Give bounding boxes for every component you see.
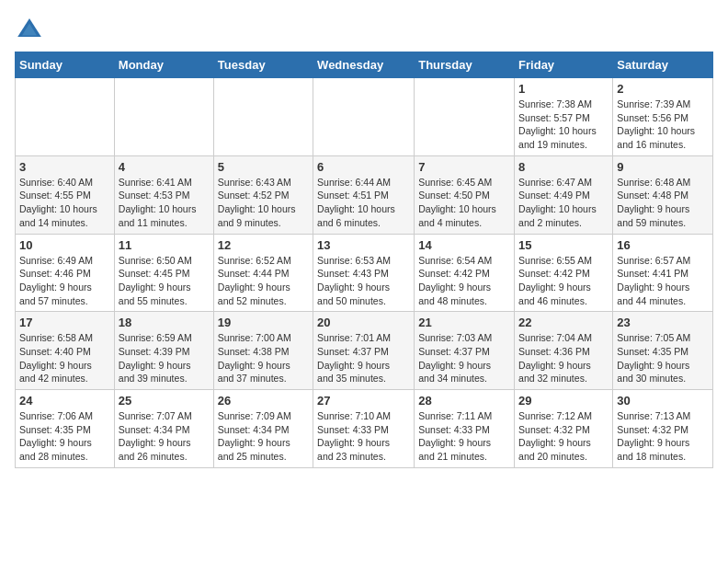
day-info: Sunrise: 7:13 AM Sunset: 4:32 PM Dayligh… (617, 409, 709, 464)
day-number: 13 (317, 238, 410, 252)
day-number: 3 (19, 160, 110, 174)
day-number: 27 (317, 394, 410, 408)
day-number: 22 (518, 316, 609, 329)
calendar-cell: 6Sunrise: 6:44 AM Sunset: 4:51 PM Daylig… (313, 155, 415, 234)
calendar-cell: 13Sunrise: 6:53 AM Sunset: 4:43 PM Dayli… (313, 234, 415, 312)
day-info: Sunrise: 6:49 AM Sunset: 4:46 PM Dayligh… (19, 254, 110, 308)
day-info: Sunrise: 7:10 AM Sunset: 4:33 PM Dayligh… (317, 409, 410, 464)
weekday-header-row: SundayMondayTuesdayWednesdayThursdayFrid… (16, 52, 713, 78)
calendar-cell: 12Sunrise: 6:52 AM Sunset: 4:44 PM Dayli… (213, 234, 313, 312)
calendar-cell: 16Sunrise: 6:57 AM Sunset: 4:41 PM Dayli… (613, 234, 713, 312)
calendar-cell: 19Sunrise: 7:00 AM Sunset: 4:38 PM Dayli… (213, 312, 313, 390)
calendar-cell: 11Sunrise: 6:50 AM Sunset: 4:45 PM Dayli… (114, 234, 213, 312)
day-number: 5 (218, 160, 309, 174)
day-info: Sunrise: 6:44 AM Sunset: 4:51 PM Dayligh… (317, 176, 410, 230)
logo (15, 15, 48, 44)
day-number: 21 (418, 316, 510, 329)
calendar-cell: 8Sunrise: 6:47 AM Sunset: 4:49 PM Daylig… (515, 155, 613, 234)
calendar-cell: 27Sunrise: 7:10 AM Sunset: 4:33 PM Dayli… (313, 390, 415, 468)
day-number: 25 (119, 394, 210, 408)
calendar-cell: 20Sunrise: 7:01 AM Sunset: 4:37 PM Dayli… (313, 312, 415, 390)
day-number: 20 (317, 316, 410, 329)
day-info: Sunrise: 6:43 AM Sunset: 4:52 PM Dayligh… (218, 176, 309, 230)
day-info: Sunrise: 7:05 AM Sunset: 4:35 PM Dayligh… (617, 331, 709, 385)
header (15, 15, 713, 44)
day-number: 19 (218, 316, 309, 329)
day-info: Sunrise: 7:01 AM Sunset: 4:37 PM Dayligh… (317, 331, 410, 385)
day-info: Sunrise: 6:59 AM Sunset: 4:39 PM Dayligh… (119, 331, 210, 385)
day-number: 11 (119, 238, 210, 252)
calendar-cell: 17Sunrise: 6:58 AM Sunset: 4:40 PM Dayli… (16, 312, 115, 390)
day-info: Sunrise: 6:40 AM Sunset: 4:55 PM Dayligh… (19, 176, 110, 230)
day-info: Sunrise: 7:12 AM Sunset: 4:32 PM Dayligh… (518, 409, 609, 464)
calendar-cell (16, 78, 115, 156)
day-number: 14 (418, 238, 510, 252)
weekday-header: Tuesday (213, 52, 313, 78)
day-number: 8 (518, 160, 609, 174)
calendar-cell: 14Sunrise: 6:54 AM Sunset: 4:42 PM Dayli… (415, 234, 515, 312)
calendar-cell: 23Sunrise: 7:05 AM Sunset: 4:35 PM Dayli… (613, 312, 713, 390)
calendar-cell: 5Sunrise: 6:43 AM Sunset: 4:52 PM Daylig… (213, 155, 313, 234)
day-info: Sunrise: 6:41 AM Sunset: 4:53 PM Dayligh… (119, 176, 210, 230)
day-info: Sunrise: 6:47 AM Sunset: 4:49 PM Dayligh… (518, 176, 609, 230)
weekday-header: Monday (114, 52, 213, 78)
day-number: 29 (518, 394, 609, 408)
day-number: 2 (617, 82, 709, 96)
weekday-header: Saturday (613, 52, 713, 78)
calendar-cell: 24Sunrise: 7:06 AM Sunset: 4:35 PM Dayli… (16, 390, 115, 468)
calendar-cell (114, 78, 213, 156)
calendar-week-row: 1Sunrise: 7:38 AM Sunset: 5:57 PM Daylig… (16, 78, 713, 156)
day-number: 30 (617, 394, 709, 408)
day-info: Sunrise: 7:00 AM Sunset: 4:38 PM Dayligh… (218, 331, 309, 385)
day-number: 10 (19, 238, 110, 252)
day-number: 16 (617, 238, 709, 252)
day-number: 17 (19, 316, 110, 329)
calendar-cell: 22Sunrise: 7:04 AM Sunset: 4:36 PM Dayli… (515, 312, 613, 390)
calendar-cell: 2Sunrise: 7:39 AM Sunset: 5:56 PM Daylig… (613, 78, 713, 156)
calendar-cell: 26Sunrise: 7:09 AM Sunset: 4:34 PM Dayli… (213, 390, 313, 468)
day-info: Sunrise: 6:45 AM Sunset: 4:50 PM Dayligh… (418, 176, 510, 230)
day-number: 7 (418, 160, 510, 174)
day-number: 4 (119, 160, 210, 174)
calendar-cell: 18Sunrise: 6:59 AM Sunset: 4:39 PM Dayli… (114, 312, 213, 390)
logo-icon (15, 15, 44, 44)
day-info: Sunrise: 6:57 AM Sunset: 4:41 PM Dayligh… (617, 254, 709, 308)
day-info: Sunrise: 7:07 AM Sunset: 4:34 PM Dayligh… (119, 409, 210, 464)
day-number: 23 (617, 316, 709, 329)
calendar-week-row: 17Sunrise: 6:58 AM Sunset: 4:40 PM Dayli… (16, 312, 713, 390)
calendar-cell: 28Sunrise: 7:11 AM Sunset: 4:33 PM Dayli… (415, 390, 515, 468)
day-info: Sunrise: 6:50 AM Sunset: 4:45 PM Dayligh… (119, 254, 210, 308)
day-number: 1 (518, 82, 609, 96)
calendar-cell (213, 78, 313, 156)
weekday-header: Friday (515, 52, 613, 78)
weekday-header: Wednesday (313, 52, 415, 78)
day-info: Sunrise: 6:55 AM Sunset: 4:42 PM Dayligh… (518, 254, 609, 308)
day-info: Sunrise: 7:04 AM Sunset: 4:36 PM Dayligh… (518, 331, 609, 385)
calendar-cell: 7Sunrise: 6:45 AM Sunset: 4:50 PM Daylig… (415, 155, 515, 234)
day-number: 28 (418, 394, 510, 408)
calendar-cell: 30Sunrise: 7:13 AM Sunset: 4:32 PM Dayli… (613, 390, 713, 468)
day-number: 9 (617, 160, 709, 174)
calendar-table: SundayMondayTuesdayWednesdayThursdayFrid… (15, 52, 713, 468)
calendar-cell: 21Sunrise: 7:03 AM Sunset: 4:37 PM Dayli… (415, 312, 515, 390)
day-number: 26 (218, 394, 309, 408)
calendar-cell (415, 78, 515, 156)
calendar-cell: 4Sunrise: 6:41 AM Sunset: 4:53 PM Daylig… (114, 155, 213, 234)
calendar-cell: 15Sunrise: 6:55 AM Sunset: 4:42 PM Dayli… (515, 234, 613, 312)
calendar-cell: 25Sunrise: 7:07 AM Sunset: 4:34 PM Dayli… (114, 390, 213, 468)
day-info: Sunrise: 7:03 AM Sunset: 4:37 PM Dayligh… (418, 331, 510, 385)
day-info: Sunrise: 7:09 AM Sunset: 4:34 PM Dayligh… (218, 409, 309, 464)
day-number: 6 (317, 160, 410, 174)
day-info: Sunrise: 6:48 AM Sunset: 4:48 PM Dayligh… (617, 176, 709, 230)
day-number: 24 (19, 394, 110, 408)
calendar-cell: 1Sunrise: 7:38 AM Sunset: 5:57 PM Daylig… (515, 78, 613, 156)
calendar-week-row: 24Sunrise: 7:06 AM Sunset: 4:35 PM Dayli… (16, 390, 713, 468)
day-number: 18 (119, 316, 210, 329)
calendar-week-row: 3Sunrise: 6:40 AM Sunset: 4:55 PM Daylig… (16, 155, 713, 234)
calendar-cell: 3Sunrise: 6:40 AM Sunset: 4:55 PM Daylig… (16, 155, 115, 234)
calendar-cell: 9Sunrise: 6:48 AM Sunset: 4:48 PM Daylig… (613, 155, 713, 234)
day-info: Sunrise: 6:52 AM Sunset: 4:44 PM Dayligh… (218, 254, 309, 308)
day-info: Sunrise: 6:53 AM Sunset: 4:43 PM Dayligh… (317, 254, 410, 308)
calendar-cell: 10Sunrise: 6:49 AM Sunset: 4:46 PM Dayli… (16, 234, 115, 312)
calendar-cell (313, 78, 415, 156)
